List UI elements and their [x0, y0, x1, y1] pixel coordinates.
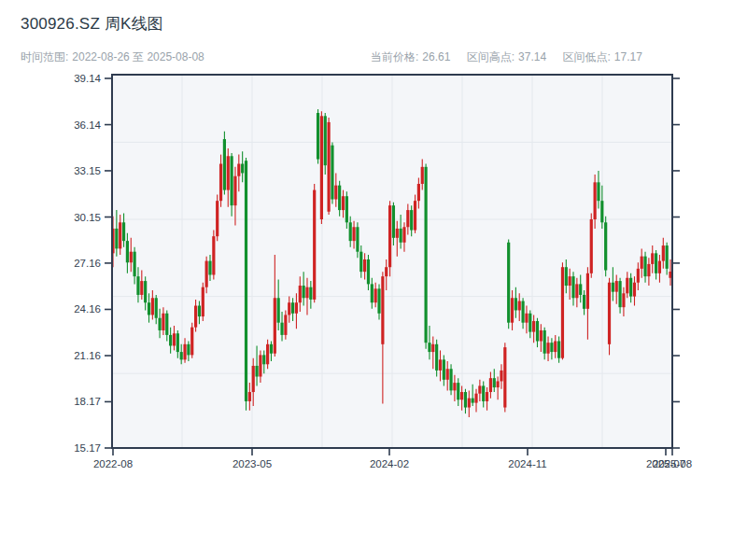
y-tick-label: 21.16 [74, 350, 101, 361]
x-tick-label: 2024-02 [370, 458, 409, 469]
candle [604, 217, 607, 276]
candle [449, 364, 452, 395]
candle [212, 231, 215, 280]
y-tick-label: 27.16 [74, 258, 101, 269]
candle [424, 164, 427, 349]
candle [317, 109, 319, 163]
x-tick-label: 2023-05 [233, 458, 272, 469]
x-axis: 2022-082023-052024-022024-112025-072025-… [93, 449, 692, 469]
y-tick-label: 15.17 [74, 442, 101, 454]
candle [503, 343, 506, 412]
candle [608, 278, 611, 356]
candle [561, 262, 564, 359]
y-tick-label: 33.15 [74, 165, 101, 176]
candle [313, 184, 316, 302]
x-tick-label: 2022-08 [93, 458, 133, 469]
candle [190, 323, 193, 358]
candle [216, 195, 218, 242]
candle [331, 142, 333, 203]
candle [202, 283, 204, 321]
candle [223, 132, 226, 195]
candle [327, 118, 330, 215]
y-tick-label: 18.17 [74, 396, 101, 407]
y-tick-label: 39.14 [74, 73, 101, 84]
x-tick-label: 2025-08 [653, 458, 692, 469]
candle [320, 111, 323, 224]
y-tick-label: 36.14 [74, 119, 101, 131]
x-tick-label: 2024-11 [508, 458, 546, 469]
candle [388, 201, 391, 276]
candle [245, 158, 247, 411]
candle [507, 239, 510, 329]
candle [590, 213, 593, 277]
y-tick-label: 24.16 [74, 303, 101, 315]
kline-chart: 39.1436.1433.1530.1527.1624.1621.1618.17… [0, 0, 747, 560]
y-tick-label: 30.15 [74, 212, 101, 223]
